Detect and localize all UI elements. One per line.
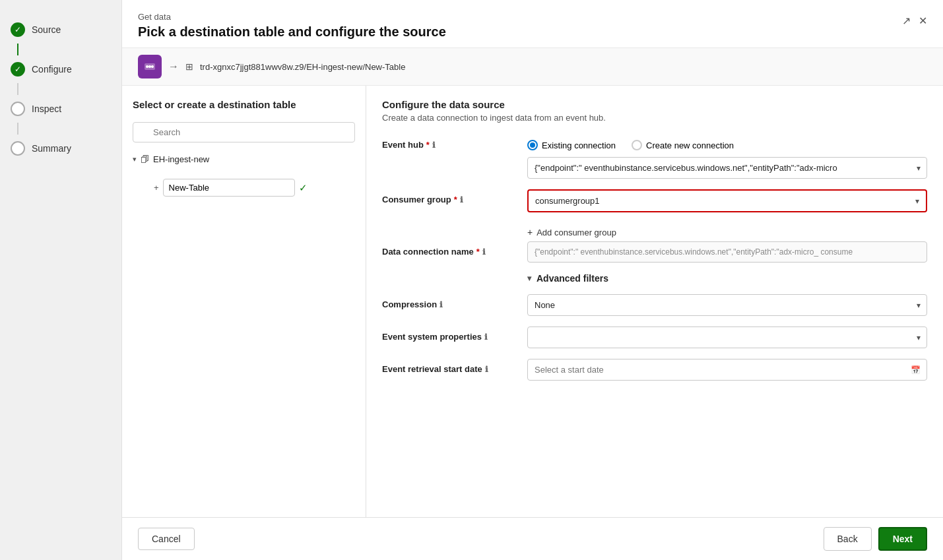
tree-child-item: + ✓ xyxy=(154,176,355,199)
event-hub-label: Event hub * ℹ xyxy=(382,135,527,150)
radio-group: Existing connection Create new connectio… xyxy=(527,135,927,150)
sidebar: ✓ Source ✓ Configure Inspect Summary xyxy=(0,0,122,560)
compression-info-icon[interactable]: ℹ xyxy=(439,300,443,309)
connection-dropdown-container: {"endpoint":" eventhubinstance.servicebu… xyxy=(527,157,927,179)
right-panel: Configure the data source Create a data … xyxy=(366,86,943,517)
folder-icon: 🗍 xyxy=(141,154,149,164)
footer: Cancel Back Next xyxy=(122,517,943,560)
sidebar-item-source[interactable]: ✓ Source xyxy=(0,16,121,44)
event-retrieval-row: Event retrieval start date ℹ 📅 xyxy=(382,359,927,381)
sidebar-item-inspect[interactable]: Inspect xyxy=(0,95,121,123)
data-connection-name-label: Data connection name * ℹ xyxy=(382,241,527,257)
connection-dropdown[interactable]: {"endpoint":" eventhubinstance.servicebu… xyxy=(527,157,927,179)
event-retrieval-date-input[interactable] xyxy=(527,359,927,381)
sidebar-item-summary-label: Summary xyxy=(32,143,71,154)
table-name-input[interactable] xyxy=(163,179,295,197)
source-step-icon: ✓ xyxy=(11,22,25,37)
dcn-required-star: * xyxy=(476,247,480,257)
breadcrumb-path: trd-xgnxc7jjgt881wwv8w.z9/EH-ingest-new/… xyxy=(200,62,405,72)
get-data-label: Get data xyxy=(138,12,446,22)
connector-3 xyxy=(17,123,18,135)
header-right: ↗ ✕ xyxy=(902,15,927,27)
connection-dropdown-wrapper: {"endpoint":" eventhubinstance.servicebu… xyxy=(527,157,927,179)
page-title: Pick a destination table and configure t… xyxy=(138,24,446,40)
tree-folder-item[interactable]: ▾ 🗍 EH-ingest-new xyxy=(133,152,355,167)
existing-radio-circle xyxy=(527,140,538,150)
check-icon: ✓ xyxy=(299,182,308,194)
collapse-chevron-icon: ▾ xyxy=(527,274,531,283)
event-system-properties-dropdown[interactable] xyxy=(527,327,927,348)
content-area: Select or create a destination table 🔍 ▾… xyxy=(122,86,943,517)
create-new-connection-option[interactable]: Create new connection xyxy=(632,140,734,150)
create-new-connection-label: Create new connection xyxy=(646,140,734,150)
consumer-required-star: * xyxy=(454,195,457,204)
main-content: Get data Pick a destination table and co… xyxy=(122,0,943,560)
consumer-group-dropdown-container: consumergroup1 ▾ xyxy=(527,189,927,212)
event-hub-row: Event hub * ℹ Existing connection Create… xyxy=(382,135,927,179)
connector-1 xyxy=(17,44,18,55)
event-retrieval-control: 📅 xyxy=(527,359,927,381)
consumer-group-control: consumergroup1 ▾ xyxy=(527,189,927,212)
breadcrumb-arrow: → xyxy=(168,61,179,73)
summary-step-icon xyxy=(11,141,25,156)
advanced-filters-label: Advanced filters xyxy=(537,273,608,284)
event-hub-info-icon[interactable]: ℹ xyxy=(432,140,436,150)
event-retrieval-date-container: 📅 xyxy=(527,359,927,381)
configure-step-icon: ✓ xyxy=(11,62,25,77)
connector-2 xyxy=(17,83,18,95)
existing-connection-label: Existing connection xyxy=(542,140,616,150)
event-system-properties-control: ▾ xyxy=(527,327,927,348)
header-left: Get data Pick a destination table and co… xyxy=(138,12,446,40)
event-retrieval-label: Event retrieval start date ℹ xyxy=(382,359,527,374)
sidebar-item-inspect-label: Inspect xyxy=(32,104,61,114)
event-hub-radio-group: Existing connection Create new connectio… xyxy=(527,135,927,179)
new-radio-circle xyxy=(632,140,642,150)
consumer-group-dropdown[interactable]: consumergroup1 xyxy=(529,191,926,211)
add-consumer-group-label: Add consumer group xyxy=(537,228,616,237)
close-button[interactable]: ✕ xyxy=(919,15,927,27)
compression-label: Compression ℹ xyxy=(382,294,527,309)
left-panel-title: Select or create a destination table xyxy=(133,99,355,110)
data-connection-name-input: {"endpoint":" eventhubinstance.servicebu… xyxy=(527,241,927,263)
compression-row: Compression ℹ None ▾ xyxy=(382,294,927,316)
event-sys-dropdown-container: ▾ xyxy=(527,327,927,348)
add-plus-icon: + xyxy=(527,227,533,237)
compression-dropdown-container: None ▾ xyxy=(527,294,927,316)
dcn-info-icon[interactable]: ℹ xyxy=(482,247,486,257)
sidebar-item-configure[interactable]: ✓ Configure xyxy=(0,55,121,83)
compression-dropdown[interactable]: None xyxy=(527,294,927,316)
section-title: Configure the data source xyxy=(382,99,927,110)
compression-control: None ▾ xyxy=(527,294,927,316)
plus-icon: + xyxy=(154,183,159,193)
event-system-properties-label: Event system properties ℹ xyxy=(382,327,527,342)
event-system-properties-row: Event system properties ℹ ▾ xyxy=(382,327,927,348)
required-star: * xyxy=(426,140,430,150)
sidebar-item-source-label: Source xyxy=(32,24,61,35)
existing-connection-option[interactable]: Existing connection xyxy=(527,140,616,150)
event-sys-info-icon[interactable]: ℹ xyxy=(484,332,488,342)
sidebar-item-configure-label: Configure xyxy=(32,64,72,75)
back-button[interactable]: Back xyxy=(824,527,872,551)
section-subtitle: Create a data connection to ingest data … xyxy=(382,113,927,123)
consumer-group-row: Consumer group * ℹ consumergroup1 ▾ xyxy=(382,189,927,212)
event-retrieval-info-icon[interactable]: ℹ xyxy=(485,365,488,374)
sidebar-item-summary[interactable]: Summary xyxy=(0,135,121,162)
inspect-step-icon xyxy=(11,102,25,116)
consumer-group-label: Consumer group * ℹ xyxy=(382,189,527,204)
consumer-group-info-icon[interactable]: ℹ xyxy=(460,195,463,204)
add-consumer-group-link[interactable]: + Add consumer group xyxy=(527,223,927,241)
breadcrumb-bar: → ⊞ trd-xgnxc7jjgt881wwv8w.z9/EH-ingest-… xyxy=(122,48,943,86)
search-input[interactable] xyxy=(133,122,355,142)
expand-button[interactable]: ↗ xyxy=(902,15,911,27)
header: Get data Pick a destination table and co… xyxy=(122,0,943,48)
next-button[interactable]: Next xyxy=(878,527,927,551)
cancel-button[interactable]: Cancel xyxy=(138,528,195,550)
advanced-filters-header[interactable]: ▾ Advanced filters xyxy=(527,273,927,284)
event-hubs-icon xyxy=(138,55,162,78)
left-panel: Select or create a destination table 🔍 ▾… xyxy=(122,86,366,517)
folder-label: EH-ingest-new xyxy=(153,154,209,164)
footer-right-buttons: Back Next xyxy=(824,527,927,551)
chevron-icon: ▾ xyxy=(133,155,137,164)
search-wrapper: 🔍 xyxy=(133,122,355,142)
data-connection-name-control: {"endpoint":" eventhubinstance.servicebu… xyxy=(527,241,927,263)
